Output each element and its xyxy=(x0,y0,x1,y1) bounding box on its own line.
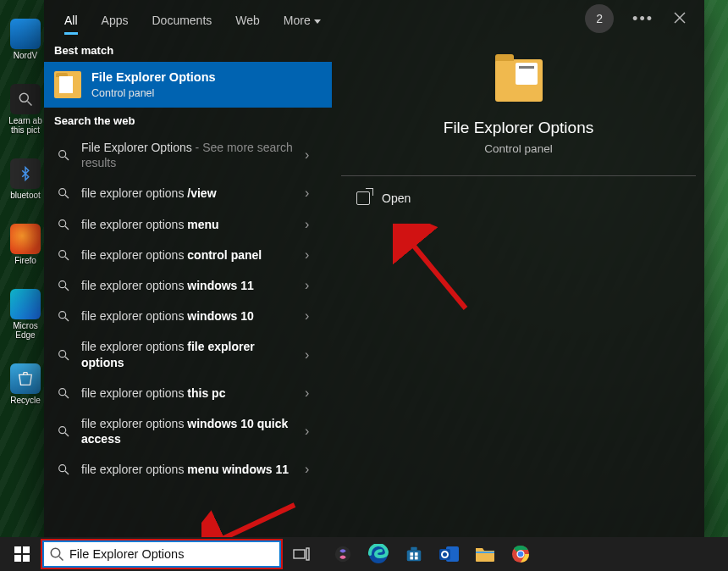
search-icon xyxy=(56,347,71,363)
svg-point-14 xyxy=(59,312,66,319)
web-suggestion[interactable]: File Explorer Options - See more search … xyxy=(44,132,332,178)
chevron-right-icon[interactable]: › xyxy=(305,347,320,363)
learn-about-icon xyxy=(10,84,41,114)
chevron-right-icon[interactable]: › xyxy=(305,247,320,263)
svg-point-16 xyxy=(59,350,66,357)
search-icon xyxy=(56,247,71,263)
web-suggestion[interactable]: file explorer options this pc› xyxy=(44,378,332,408)
desktop-icon-label: Firefo xyxy=(14,256,36,265)
svg-point-10 xyxy=(59,251,66,258)
search-icon xyxy=(56,217,71,232)
svg-line-5 xyxy=(65,157,69,160)
chevron-right-icon[interactable]: › xyxy=(305,462,320,477)
desktop-icon-learn-about[interactable]: Learn ab this pict xyxy=(5,84,46,135)
taskbar-chrome[interactable] xyxy=(505,537,537,571)
folder-options-icon xyxy=(54,71,81,98)
desktop-icon-bluetooth[interactable]: bluetoot xyxy=(5,158,46,200)
folder-options-large-icon xyxy=(495,59,543,102)
svg-rect-32 xyxy=(294,550,305,558)
svg-line-9 xyxy=(65,226,69,230)
tab-documents[interactable]: Documents xyxy=(141,3,222,34)
open-action-label: Open xyxy=(382,191,411,205)
close-button[interactable] xyxy=(665,5,694,33)
tab-web[interactable]: Web xyxy=(225,3,270,34)
svg-rect-33 xyxy=(306,548,309,560)
open-action[interactable]: Open xyxy=(341,180,696,217)
desktop-icon-nordvpn[interactable]: NordV xyxy=(5,19,46,60)
best-match-title: File Explorer Options xyxy=(91,70,216,84)
chevron-right-icon[interactable]: › xyxy=(305,278,320,293)
web-suggestion[interactable]: file explorer options windows 11› xyxy=(44,270,332,301)
svg-rect-29 xyxy=(23,555,30,562)
preview-column: File Explorer Options Control panel Open xyxy=(332,37,704,537)
suggestion-text: file explorer options windows 10 xyxy=(81,308,295,324)
svg-line-7 xyxy=(65,195,69,198)
suggestion-text: file explorer options /view xyxy=(81,186,295,201)
chevron-right-icon[interactable]: › xyxy=(305,424,320,439)
taskbar-file-explorer[interactable] xyxy=(469,537,501,571)
web-suggestion[interactable]: file explorer options windows 10 quick a… xyxy=(44,408,332,454)
best-match-result[interactable]: File Explorer Options Control panel xyxy=(44,62,332,108)
tab-more[interactable]: More xyxy=(273,3,331,34)
svg-point-30 xyxy=(51,548,60,557)
firefox-icon xyxy=(10,224,41,254)
suggestion-text: file explorer options windows 10 quick a… xyxy=(81,416,295,446)
edge-icon xyxy=(10,289,41,319)
chevron-right-icon[interactable]: › xyxy=(305,147,320,163)
suggestion-text: file explorer options windows 11 xyxy=(81,278,295,293)
chevron-right-icon[interactable]: › xyxy=(305,186,320,201)
desktop-icon-firefox[interactable]: Firefo xyxy=(5,224,46,265)
desktop-icon-recycle-bin[interactable]: Recycle xyxy=(5,363,46,405)
search-icon xyxy=(56,308,71,324)
suggestion-text: file explorer options control panel xyxy=(81,247,295,263)
svg-line-11 xyxy=(65,257,69,260)
svg-line-19 xyxy=(65,395,69,398)
tab-apps[interactable]: Apps xyxy=(91,3,139,34)
svg-rect-40 xyxy=(410,557,413,560)
taskbar xyxy=(0,537,728,571)
web-suggestion[interactable]: file explorer options control panel› xyxy=(44,240,332,270)
chevron-right-icon[interactable]: › xyxy=(305,308,320,324)
desktop-icon-label: Micros Edge xyxy=(5,321,46,340)
web-suggestion[interactable]: file explorer options windows 10› xyxy=(44,301,332,331)
desktop-icon-edge[interactable]: Micros Edge xyxy=(5,289,46,340)
desktop-icon-label: Recycle xyxy=(10,396,41,405)
taskbar-pinned-apps xyxy=(327,537,537,571)
chevron-right-icon[interactable]: › xyxy=(305,385,320,401)
taskbar-copilot[interactable] xyxy=(327,537,359,571)
desktop-icon-label: bluetoot xyxy=(10,191,41,200)
taskbar-search-box[interactable] xyxy=(42,541,281,568)
suggestion-text: file explorer options file explorer opti… xyxy=(81,339,295,369)
taskbar-store[interactable] xyxy=(398,537,430,571)
search-tabs: All Apps Documents Web More 2 ••• xyxy=(44,0,704,37)
taskbar-outlook[interactable] xyxy=(433,537,466,571)
taskbar-edge[interactable] xyxy=(362,537,394,571)
svg-point-20 xyxy=(59,427,66,434)
more-options-button[interactable]: ••• xyxy=(624,5,662,33)
desktop-icon-label: NordV xyxy=(14,51,37,60)
suggestion-text: File Explorer Options - See more search … xyxy=(81,140,295,170)
svg-point-0 xyxy=(19,93,28,102)
svg-line-21 xyxy=(65,433,69,436)
svg-rect-36 xyxy=(407,550,422,561)
tab-all[interactable]: All xyxy=(54,3,88,34)
web-suggestion[interactable]: file explorer options menu› xyxy=(44,209,332,240)
tab-more-label: More xyxy=(284,14,311,27)
best-match-label: Best match xyxy=(44,37,332,62)
suggestion-text: file explorer options menu xyxy=(81,217,295,232)
results-column: Best match File Explorer Options Control… xyxy=(44,37,332,537)
taskbar-search-input[interactable] xyxy=(69,547,274,561)
chevron-right-icon[interactable]: › xyxy=(305,217,320,232)
svg-point-48 xyxy=(518,552,524,557)
task-view-button[interactable] xyxy=(283,537,320,571)
search-web-label: Search the web xyxy=(44,108,332,132)
svg-rect-41 xyxy=(415,557,418,560)
web-suggestion[interactable]: file explorer options /view› xyxy=(44,178,332,208)
best-match-subtitle: Control panel xyxy=(91,87,216,99)
svg-line-31 xyxy=(59,557,63,561)
start-button[interactable] xyxy=(3,537,41,571)
recent-searches-badge[interactable]: 2 xyxy=(585,4,614,33)
web-suggestion[interactable]: file explorer options file explorer opti… xyxy=(44,331,332,377)
search-icon xyxy=(56,147,71,163)
web-suggestion[interactable]: file explorer options menu windows 11› xyxy=(44,454,332,485)
